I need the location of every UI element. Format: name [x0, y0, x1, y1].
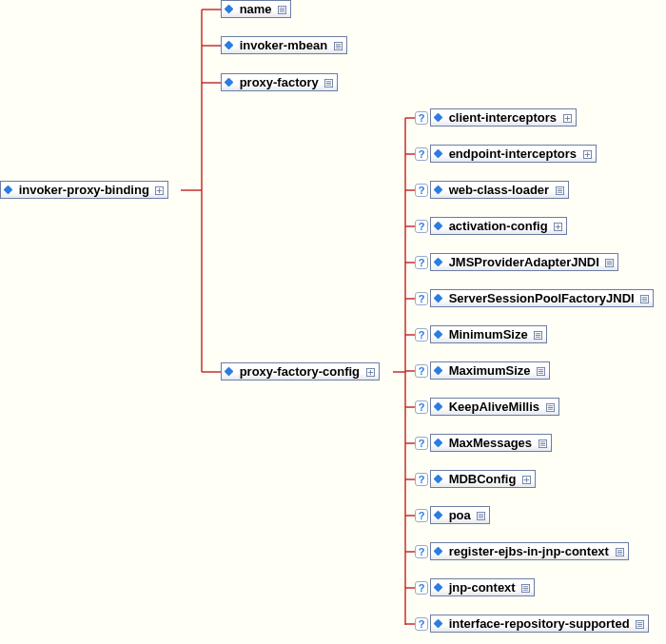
text-icon [534, 331, 542, 340]
bullet-icon [225, 78, 234, 88]
node-endpoint-interceptors[interactable]: endpoint-interceptors [430, 145, 597, 163]
text-icon [605, 259, 614, 267]
label: jnp-context [449, 580, 516, 595]
optional-icon [415, 617, 428, 631]
optional-icon [415, 256, 428, 269]
optional-icon [415, 147, 428, 161]
optional-icon [415, 509, 428, 522]
node-proxy-factory-config[interactable]: proxy-factory-config [221, 362, 380, 381]
bullet-icon [434, 366, 443, 376]
node-interface-repository-supported[interactable]: interface-repository-supported [430, 615, 649, 633]
bullet-icon [434, 294, 443, 303]
bullet-icon [434, 149, 443, 159]
expand-icon [583, 150, 592, 159]
bullet-icon [434, 547, 443, 556]
text-icon [636, 620, 644, 629]
label: ServerSessionPoolFactoryJNDI [449, 291, 635, 305]
text-icon [616, 548, 624, 556]
text-icon [546, 403, 555, 412]
node-server-session-pool-factory-jndi[interactable]: ServerSessionPoolFactoryJNDI [430, 289, 654, 307]
bullet-icon [434, 113, 443, 123]
label: invoker-proxy-binding [19, 183, 149, 197]
bullet-icon [225, 41, 234, 50]
text-icon [539, 439, 547, 448]
label: web-class-loader [449, 183, 550, 197]
node-keep-alive-millis[interactable]: KeepAliveMillis [430, 398, 559, 416]
text-icon [324, 79, 333, 88]
text-icon [278, 6, 286, 14]
expand-icon [155, 186, 164, 195]
node-invoker-mbean[interactable]: invoker-mbean [221, 36, 347, 54]
bullet-icon [434, 222, 443, 231]
text-icon [640, 295, 649, 303]
expand-icon [554, 223, 562, 231]
bullet-icon [434, 619, 443, 629]
label: KeepAliveMillis [449, 400, 539, 414]
optional-icon [415, 581, 428, 595]
node-invoker-proxy-binding[interactable]: invoker-proxy-binding [0, 181, 168, 199]
label: MaximumSize [449, 363, 531, 378]
label: MDBConfig [449, 472, 517, 486]
node-name[interactable]: name [221, 0, 291, 18]
bullet-icon [434, 258, 443, 267]
node-web-class-loader[interactable]: web-class-loader [430, 181, 569, 199]
label: endpoint-interceptors [449, 146, 577, 161]
text-icon [334, 42, 343, 50]
optional-icon [415, 220, 428, 233]
node-minimum-size[interactable]: MinimumSize [430, 325, 547, 343]
optional-icon [415, 292, 428, 305]
node-poa[interactable]: poa [430, 506, 490, 524]
label: poa [449, 508, 471, 522]
expand-icon [366, 368, 375, 377]
optional-icon [415, 328, 428, 342]
node-activation-config[interactable]: activation-config [430, 217, 567, 235]
optional-icon [415, 364, 428, 378]
optional-icon [415, 400, 428, 414]
text-icon [537, 367, 545, 376]
bullet-icon [4, 185, 13, 195]
expand-icon [522, 476, 531, 484]
expand-icon [563, 114, 572, 123]
label: proxy-factory [240, 75, 319, 89]
bullet-icon [434, 511, 443, 520]
label: JMSProviderAdapterJNDI [449, 255, 599, 269]
label: invoker-mbean [240, 38, 327, 52]
optional-icon [415, 184, 428, 197]
node-client-interceptors[interactable]: client-interceptors [430, 108, 577, 127]
node-max-messages[interactable]: MaxMessages [430, 434, 552, 452]
node-jms-provider-adapter-jndi[interactable]: JMSProviderAdapterJNDI [430, 253, 618, 271]
label: register-ejbs-in-jnp-context [449, 544, 609, 558]
label: MinimumSize [449, 327, 528, 342]
optional-icon [415, 437, 428, 450]
bullet-icon [434, 475, 443, 484]
text-icon [521, 584, 530, 593]
label: client-interceptors [449, 110, 557, 125]
bullet-icon [225, 5, 234, 14]
node-register-ejbs-in-jnp-context[interactable]: register-ejbs-in-jnp-context [430, 542, 629, 560]
bullet-icon [434, 185, 443, 195]
node-maximum-size[interactable]: MaximumSize [430, 361, 550, 380]
bullet-icon [434, 583, 443, 593]
optional-icon [415, 111, 428, 125]
node-mdb-config[interactable]: MDBConfig [430, 470, 536, 488]
text-icon [477, 512, 485, 520]
bullet-icon [434, 402, 443, 412]
bullet-icon [434, 439, 443, 448]
label: proxy-factory-config [240, 364, 360, 379]
optional-icon [415, 545, 428, 558]
node-jnp-context[interactable]: jnp-context [430, 578, 535, 596]
label: name [240, 2, 272, 16]
optional-icon [415, 473, 428, 486]
node-proxy-factory[interactable]: proxy-factory [221, 73, 338, 91]
text-icon [556, 186, 564, 195]
label: interface-repository-supported [449, 616, 630, 631]
schema-diagram: invoker-proxy-binding name invoker-mbean… [0, 0, 666, 644]
bullet-icon [434, 330, 443, 340]
label: MaxMessages [449, 436, 532, 450]
label: activation-config [449, 219, 548, 233]
bullet-icon [225, 367, 234, 377]
